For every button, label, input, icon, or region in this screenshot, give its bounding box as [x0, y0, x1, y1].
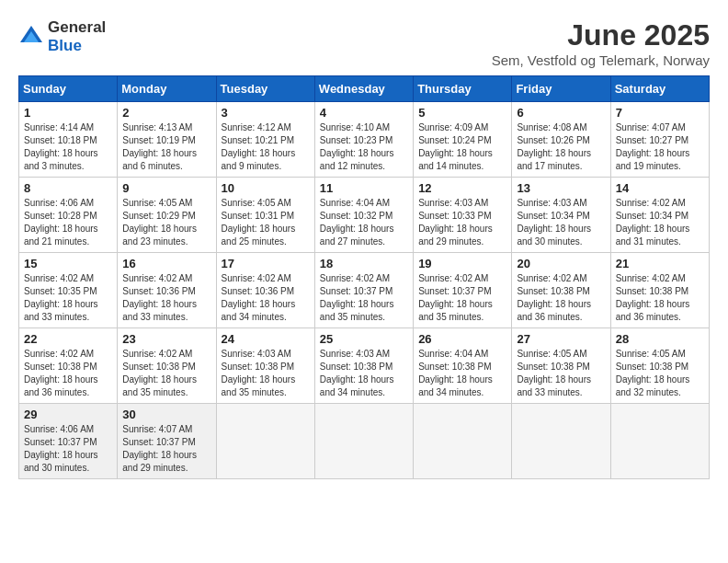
day-number: 12 — [418, 181, 506, 195]
day-number: 7 — [616, 106, 704, 120]
day-number: 21 — [616, 257, 704, 270]
day-number: 23 — [122, 332, 210, 346]
day-detail: Sunrise: 4:03 AMSunset: 10:34 PMDaylight… — [517, 197, 605, 248]
day-number: 1 — [24, 106, 112, 120]
calendar-cell: 11Sunrise: 4:04 AMSunset: 10:32 PMDaylig… — [314, 178, 413, 253]
day-detail: Sunrise: 4:03 AMSunset: 10:38 PMDaylight… — [222, 348, 310, 399]
logo: General Blue — [18, 18, 106, 55]
day-detail: Sunrise: 4:02 AMSunset: 10:37 PMDaylight… — [418, 272, 506, 324]
calendar-cell: 30Sunrise: 4:07 AMSunset: 10:37 PMDaylig… — [118, 404, 216, 479]
calendar-cell: 9Sunrise: 4:05 AMSunset: 10:29 PMDayligh… — [118, 178, 216, 253]
day-detail: Sunrise: 4:02 AMSunset: 10:37 PMDaylight… — [320, 272, 408, 324]
calendar-cell: 10Sunrise: 4:05 AMSunset: 10:31 PMDaylig… — [216, 178, 314, 253]
day-number: 26 — [418, 332, 506, 346]
day-detail: Sunrise: 4:05 AMSunset: 10:38 PMDaylight… — [616, 348, 704, 399]
day-header-friday: Friday — [512, 76, 610, 102]
day-number: 16 — [122, 257, 210, 270]
calendar-cell: 23Sunrise: 4:02 AMSunset: 10:38 PMDaylig… — [118, 328, 216, 404]
day-detail: Sunrise: 4:13 AMSunset: 10:19 PMDaylight… — [122, 121, 210, 173]
day-detail: Sunrise: 4:08 AMSunset: 10:26 PMDaylight… — [517, 121, 605, 173]
day-detail: Sunrise: 4:05 AMSunset: 10:31 PMDaylight… — [222, 197, 310, 248]
day-number: 14 — [616, 181, 704, 195]
day-detail: Sunrise: 4:02 AMSunset: 10:35 PMDaylight… — [24, 272, 112, 324]
day-number: 10 — [222, 181, 310, 195]
day-number: 13 — [517, 181, 605, 195]
day-number: 3 — [222, 106, 310, 120]
calendar-week-2: 8Sunrise: 4:06 AMSunset: 10:28 PMDayligh… — [19, 178, 710, 253]
calendar-cell: 28Sunrise: 4:05 AMSunset: 10:38 PMDaylig… — [610, 328, 709, 404]
calendar-cell: 7Sunrise: 4:07 AMSunset: 10:27 PMDayligh… — [610, 102, 709, 178]
calendar-cell — [414, 404, 512, 479]
calendar-cell: 25Sunrise: 4:03 AMSunset: 10:38 PMDaylig… — [314, 328, 413, 404]
calendar-cell: 6Sunrise: 4:08 AMSunset: 10:26 PMDayligh… — [512, 102, 610, 178]
day-number: 15 — [24, 257, 112, 270]
day-detail: Sunrise: 4:09 AMSunset: 10:24 PMDaylight… — [418, 121, 506, 173]
calendar-week-5: 29Sunrise: 4:06 AMSunset: 10:37 PMDaylig… — [19, 404, 710, 479]
day-detail: Sunrise: 4:05 AMSunset: 10:29 PMDaylight… — [122, 197, 210, 248]
day-number: 5 — [418, 106, 506, 120]
calendar-cell: 1Sunrise: 4:14 AMSunset: 10:18 PMDayligh… — [19, 102, 118, 178]
day-header-sunday: Sunday — [19, 76, 118, 102]
calendar-cell: 15Sunrise: 4:02 AMSunset: 10:35 PMDaylig… — [19, 253, 118, 328]
day-detail: Sunrise: 4:06 AMSunset: 10:37 PMDaylight… — [24, 423, 112, 475]
calendar-week-4: 22Sunrise: 4:02 AMSunset: 10:38 PMDaylig… — [19, 328, 710, 404]
calendar-cell: 13Sunrise: 4:03 AMSunset: 10:34 PMDaylig… — [512, 178, 610, 253]
calendar-cell: 18Sunrise: 4:02 AMSunset: 10:37 PMDaylig… — [314, 253, 413, 328]
location-title: Sem, Vestfold og Telemark, Norway — [492, 52, 710, 68]
logo-blue: Blue — [48, 37, 82, 54]
day-detail: Sunrise: 4:02 AMSunset: 10:34 PMDaylight… — [616, 197, 704, 248]
day-number: 28 — [616, 332, 704, 346]
title-area: June 2025 Sem, Vestfold og Telemark, Nor… — [492, 18, 710, 68]
calendar-cell: 24Sunrise: 4:03 AMSunset: 10:38 PMDaylig… — [216, 328, 314, 404]
calendar-cell: 29Sunrise: 4:06 AMSunset: 10:37 PMDaylig… — [19, 404, 118, 479]
day-number: 17 — [222, 257, 310, 270]
calendar-cell: 5Sunrise: 4:09 AMSunset: 10:24 PMDayligh… — [414, 102, 512, 178]
day-detail: Sunrise: 4:04 AMSunset: 10:32 PMDaylight… — [320, 197, 408, 248]
logo-general: General — [48, 18, 106, 36]
day-header-saturday: Saturday — [610, 76, 709, 102]
day-number: 6 — [517, 106, 605, 120]
day-detail: Sunrise: 4:03 AMSunset: 10:33 PMDaylight… — [418, 197, 506, 248]
calendar-cell — [610, 404, 709, 479]
day-detail: Sunrise: 4:07 AMSunset: 10:37 PMDaylight… — [122, 423, 210, 475]
calendar-cell: 27Sunrise: 4:05 AMSunset: 10:38 PMDaylig… — [512, 328, 610, 404]
day-detail: Sunrise: 4:02 AMSunset: 10:36 PMDaylight… — [222, 272, 310, 324]
logo-icon — [18, 24, 44, 50]
calendar-cell — [216, 404, 314, 479]
day-detail: Sunrise: 4:04 AMSunset: 10:38 PMDaylight… — [418, 348, 506, 399]
day-detail: Sunrise: 4:07 AMSunset: 10:27 PMDaylight… — [616, 121, 704, 173]
day-number: 18 — [320, 257, 408, 270]
day-number: 19 — [418, 257, 506, 270]
day-number: 4 — [320, 106, 408, 120]
calendar-cell: 3Sunrise: 4:12 AMSunset: 10:21 PMDayligh… — [216, 102, 314, 178]
month-title: June 2025 — [492, 18, 710, 52]
calendar-cell: 17Sunrise: 4:02 AMSunset: 10:36 PMDaylig… — [216, 253, 314, 328]
day-detail: Sunrise: 4:03 AMSunset: 10:38 PMDaylight… — [320, 348, 408, 399]
day-detail: Sunrise: 4:02 AMSunset: 10:38 PMDaylight… — [517, 272, 605, 324]
day-number: 29 — [24, 408, 112, 421]
day-number: 24 — [222, 332, 310, 346]
page-header: General Blue June 2025 Sem, Vestfold og … — [18, 18, 710, 68]
calendar-cell: 19Sunrise: 4:02 AMSunset: 10:37 PMDaylig… — [414, 253, 512, 328]
day-number: 11 — [320, 181, 408, 195]
calendar-cell: 26Sunrise: 4:04 AMSunset: 10:38 PMDaylig… — [414, 328, 512, 404]
day-detail: Sunrise: 4:05 AMSunset: 10:38 PMDaylight… — [517, 348, 605, 399]
day-detail: Sunrise: 4:02 AMSunset: 10:38 PMDaylight… — [122, 348, 210, 399]
calendar-week-3: 15Sunrise: 4:02 AMSunset: 10:35 PMDaylig… — [19, 253, 710, 328]
day-detail: Sunrise: 4:06 AMSunset: 10:28 PMDaylight… — [24, 197, 112, 248]
day-number: 20 — [517, 257, 605, 270]
logo-text: General Blue — [48, 18, 106, 55]
day-detail: Sunrise: 4:02 AMSunset: 10:38 PMDaylight… — [616, 272, 704, 324]
day-number: 25 — [320, 332, 408, 346]
day-number: 27 — [517, 332, 605, 346]
day-detail: Sunrise: 4:10 AMSunset: 10:23 PMDaylight… — [320, 121, 408, 173]
calendar-header-row: SundayMondayTuesdayWednesdayThursdayFrid… — [19, 76, 710, 102]
calendar-cell: 20Sunrise: 4:02 AMSunset: 10:38 PMDaylig… — [512, 253, 610, 328]
day-detail: Sunrise: 4:02 AMSunset: 10:38 PMDaylight… — [24, 348, 112, 399]
day-number: 30 — [122, 408, 210, 421]
day-number: 9 — [122, 181, 210, 195]
day-detail: Sunrise: 4:12 AMSunset: 10:21 PMDaylight… — [222, 121, 310, 173]
day-number: 22 — [24, 332, 112, 346]
day-header-monday: Monday — [118, 76, 216, 102]
day-header-wednesday: Wednesday — [314, 76, 413, 102]
